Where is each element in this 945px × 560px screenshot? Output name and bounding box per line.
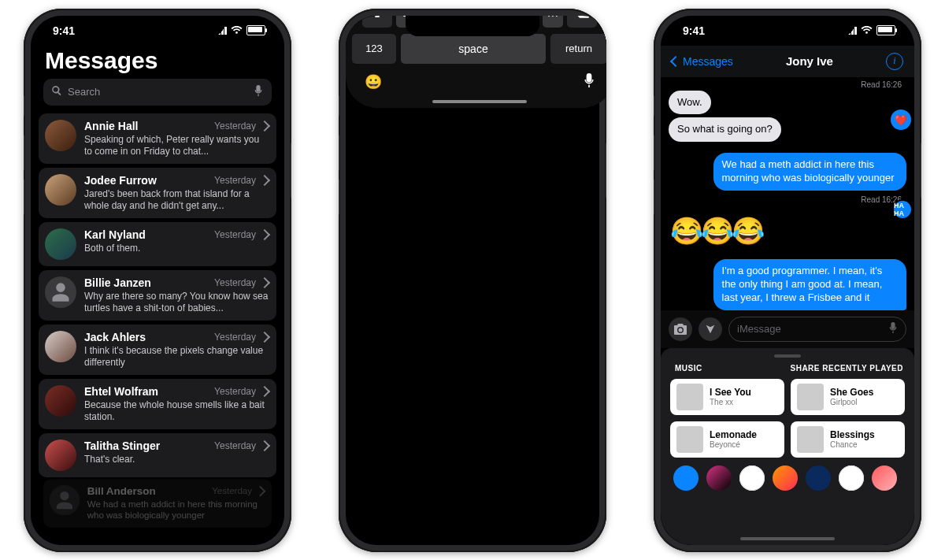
message-placeholder: iMessage <box>737 323 781 335</box>
drawer-handle[interactable] <box>774 354 801 358</box>
search-placeholder: Search <box>68 86 247 98</box>
incoming-message[interactable]: So what is going on? <box>669 117 781 142</box>
conversation-row-faded[interactable]: Bill AndersonYesterdayWe had a meth addi… <box>43 479 272 527</box>
notch <box>721 16 854 36</box>
message-preview: Speaking of which, Peter really wants yo… <box>84 134 269 158</box>
timestamp: Yesterday <box>214 386 256 397</box>
key-123[interactable]: 123 <box>352 34 396 64</box>
incoming-message[interactable]: Wow. <box>669 91 711 115</box>
album-art <box>797 426 824 453</box>
composer: iMessage <box>661 310 914 348</box>
reaction-haha-icon[interactable]: HA HA <box>894 201 911 218</box>
conversation-row[interactable]: Talitha StingerYesterdayThat's clear. <box>39 433 276 477</box>
avatar <box>50 484 80 514</box>
music-card[interactable]: I See YouThe xx <box>670 379 784 415</box>
message-preview: That's clear. <box>84 454 269 465</box>
chevron-right-icon <box>259 174 270 185</box>
notch <box>91 16 224 36</box>
info-button[interactable]: i <box>886 53 903 70</box>
status-time: 9:41 <box>53 24 75 37</box>
reaction-love-icon[interactable]: ❤️ <box>891 109 911 130</box>
chevron-left-icon <box>670 55 681 66</box>
message-preview: Both of them. <box>84 243 269 254</box>
apps-button[interactable] <box>699 317 722 341</box>
music-cards: I See YouThe xx She GoesGirlpool Lemonad… <box>670 379 905 458</box>
outgoing-message[interactable]: We had a meth addict in here this mornin… <box>713 153 906 191</box>
avatar <box>45 439 76 471</box>
tray-app-icon[interactable] <box>839 465 864 491</box>
search-icon <box>51 85 62 98</box>
key-space[interactable]: space <box>401 34 546 64</box>
battery-icon <box>246 25 265 35</box>
key-return[interactable]: return <box>550 34 606 64</box>
search-input[interactable]: Search <box>43 79 272 106</box>
contact-name: Jodee Furrow <box>84 174 209 187</box>
avatar <box>45 385 76 417</box>
dictate-button[interactable] <box>584 73 595 91</box>
key-backspace[interactable] <box>567 16 597 28</box>
music-card[interactable]: She GoesGirlpool <box>791 379 905 415</box>
navbar: Messages Jony Ive i <box>661 46 914 77</box>
emoji-button[interactable]: 😀 <box>365 73 382 91</box>
home-indicator[interactable] <box>740 537 835 540</box>
app-tray[interactable] <box>670 458 905 492</box>
phone-conversation: 9:41 Messages Jony Ive i Read 16:26 Wow. <box>654 9 921 552</box>
message-input[interactable]: iMessage <box>728 317 906 342</box>
timestamp: Yesterday <box>214 332 256 343</box>
contact-name: Talitha Stinger <box>84 439 209 452</box>
back-button[interactable]: Messages <box>672 55 733 68</box>
camera-button[interactable] <box>669 317 692 341</box>
battery-icon <box>876 25 895 35</box>
status-time: 9:41 <box>683 24 705 37</box>
conversation-row[interactable]: Annie HallYesterdaySpeaking of which, Pe… <box>39 113 276 164</box>
outgoing-message[interactable]: I'm a good programmer. I mean, it's the … <box>713 259 906 310</box>
conversation-row[interactable]: Karl NylandYesterdayBoth of them. <box>39 222 276 266</box>
drawer-app-label: MUSIC <box>672 364 702 373</box>
avatar <box>45 331 76 362</box>
read-receipt: Read 16:26 <box>669 194 906 204</box>
conversation-row[interactable]: Jodee FurrowYesterdayJared's been back f… <box>39 168 276 218</box>
conversation-list: Annie HallYesterdaySpeaking of which, Pe… <box>31 113 284 528</box>
tray-app-icon[interactable] <box>706 465 732 491</box>
conversation[interactable]: Wow. So what is going on? ❤️ We had a me… <box>661 91 914 310</box>
wifi-icon <box>861 26 873 35</box>
key-shift[interactable] <box>362 16 392 28</box>
tray-app-icon[interactable] <box>806 465 831 491</box>
phone-messages-list: 9:41 Messages Search Annie HallYesterday… <box>24 9 291 552</box>
contact-name: Annie Hall <box>84 120 209 132</box>
conversation-row[interactable]: Ehtel WolframYesterdayBecause the whole … <box>39 379 276 429</box>
message-preview: We had a meth addict in here this mornin… <box>87 499 265 521</box>
timestamp: Yesterday <box>214 440 256 451</box>
tray-app-icon[interactable] <box>872 465 897 491</box>
contact-name[interactable]: Jony Ive <box>786 54 833 68</box>
chevron-right-icon <box>259 331 270 342</box>
notch <box>406 16 539 36</box>
chevron-right-icon <box>259 439 270 451</box>
message-preview: Jared's been back from that island for a… <box>84 188 269 212</box>
home-indicator[interactable] <box>432 100 527 103</box>
drawer-section-label: SHARE RECENTLY PLAYED <box>791 364 904 373</box>
timestamp: Yesterday <box>212 485 252 495</box>
timestamp: Yesterday <box>214 175 256 186</box>
music-card[interactable]: BlessingsChance <box>791 421 905 458</box>
chevron-right-icon <box>259 385 270 396</box>
tray-app-icon[interactable] <box>773 465 798 491</box>
app-drawer[interactable]: MUSIC SHARE RECENTLY PLAYED I See YouThe… <box>661 348 914 545</box>
album-art <box>797 384 824 410</box>
dictate-icon[interactable] <box>253 85 264 98</box>
avatar <box>45 120 76 151</box>
message-preview: Because the whole house smells like a ba… <box>84 399 269 423</box>
contact-name: Billie Janzen <box>84 276 209 289</box>
tray-app-icon[interactable] <box>739 465 765 491</box>
timestamp: Yesterday <box>214 229 256 240</box>
key-m[interactable]: m <box>543 16 563 28</box>
read-receipt: Read 16:26 <box>661 77 914 91</box>
incoming-emoji[interactable]: 😂😂😂 <box>669 210 764 251</box>
conversation-row[interactable]: Jack AhlersYesterdayI think it's because… <box>39 325 276 375</box>
chevron-right-icon <box>259 120 270 131</box>
conversation-row[interactable]: Billie JanzenYesterdayWhy are there so m… <box>39 270 276 321</box>
tray-app-icon[interactable] <box>673 465 699 491</box>
page-title: Messages <box>31 46 284 79</box>
dictate-icon[interactable] <box>888 322 898 336</box>
music-card[interactable]: LemonadeBeyoncé <box>670 421 784 458</box>
